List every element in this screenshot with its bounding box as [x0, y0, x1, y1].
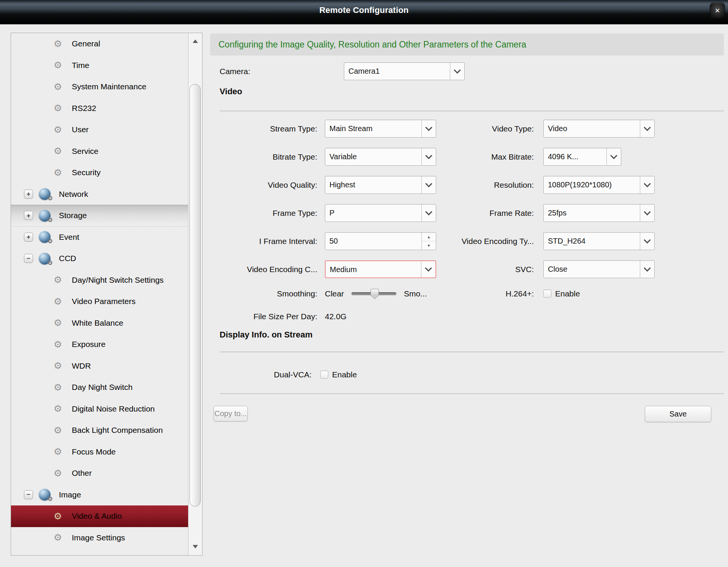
triangle-down-icon — [193, 545, 198, 548]
sidebar-item-exposure[interactable]: ⚙ Exposure — [11, 334, 188, 355]
dual-vca-enable-group: Enable — [320, 366, 357, 383]
camera-row: Camera: Camera1 — [0, 62, 728, 80]
form-row: Video Encoding C... Medium SVC: Close — [0, 260, 728, 278]
video-encoding-type-select[interactable]: STD_H264 — [543, 232, 655, 250]
display-info-title: Display Info. on Stream — [220, 330, 313, 340]
copy-to-button[interactable]: Copy to... — [214, 406, 248, 421]
sidebar-item-image-settings[interactable]: ⚙ Image Settings — [11, 527, 188, 549]
chevron-down-icon — [640, 120, 654, 137]
sidebar-item-label: Day Night Switch — [72, 383, 133, 392]
chevron-down-icon — [640, 176, 654, 193]
gear-icon: ⚙ — [54, 446, 72, 457]
frame-rate-label: Frame Rate: — [418, 204, 534, 222]
h264plus-enable-checkbox[interactable] — [543, 290, 551, 298]
gear-icon: ⚙ — [54, 38, 72, 49]
close-icon: ✕ — [715, 7, 720, 14]
sidebar-item-video-audio-selected[interactable]: ⚙ Video & Audio — [11, 505, 188, 527]
chevron-down-icon — [640, 204, 654, 222]
mini-gear-icon: ⚙ — [47, 195, 53, 202]
dual-vca-enable-label: Enable — [332, 370, 357, 379]
collapse-minus-button[interactable]: − — [24, 490, 33, 499]
sidebar-item-label: RS232 — [72, 104, 96, 113]
frame-rate-select[interactable]: 25fps — [543, 204, 655, 222]
bitrate-type-label: Bitrate Type: — [210, 148, 317, 166]
svc-label: SVC: — [418, 260, 534, 278]
titlebar: Remote Configuration ✕ — [0, 0, 728, 24]
gear-icon: ⚙ — [54, 554, 72, 555]
gear-icon: ⚙ — [54, 403, 72, 414]
sidebar-item-digital-noise-reduction[interactable]: ⚙ Digital Noise Reduction — [11, 398, 188, 420]
divider — [220, 111, 724, 111]
chevron-down-icon — [606, 148, 621, 165]
sidebar-item-back-light-compensation[interactable]: ⚙ Back Light Compensation — [11, 420, 188, 441]
camera-label: Camera: — [220, 62, 250, 80]
mini-gear-icon: ⚙ — [47, 495, 53, 502]
form-row: Smoothing: Clear Smo... H.264+: Enable — [0, 285, 728, 303]
triangle-up-icon — [193, 40, 198, 43]
divider — [220, 393, 724, 394]
video-section-title: Video — [220, 87, 242, 97]
window-title: Remote Configuration — [0, 5, 728, 15]
max-bitrate-label: Max Bitrate: — [418, 148, 534, 166]
video-quality-label: Video Quality: — [210, 176, 317, 194]
gear-icon: ⚙ — [54, 468, 72, 479]
dual-vca-row: Dual-VCA: Enable — [0, 366, 728, 383]
form-row: File Size Per Day: 42.0G — [0, 307, 728, 325]
gear-icon: ⚙ — [54, 81, 72, 92]
sidebar-item-other[interactable]: ⚙ Other — [11, 462, 188, 484]
video-encoding-type-label: Video Encoding Ty... — [418, 232, 534, 250]
smoothing-label: Smoothing: — [210, 285, 317, 303]
form-row: I Frame Interval: 50 ▴ ▾ Video Encoding … — [0, 232, 728, 250]
h264plus-enable-label: Enable — [555, 289, 580, 298]
sidebar-item-label: Video Display — [72, 554, 120, 555]
gear-icon: ⚙ — [54, 339, 72, 350]
gear-icon: ⚙ — [54, 103, 72, 114]
sidebar-item-general[interactable]: ⚙ General — [11, 33, 188, 55]
sidebar-item-focus-mode[interactable]: ⚙ Focus Mode — [11, 441, 188, 463]
chevron-down-icon — [640, 233, 654, 250]
sidebar-item-label: Digital Noise Reduction — [72, 404, 155, 413]
stream-type-label: Stream Type: — [210, 120, 317, 138]
resolution-select[interactable]: 1080P(1920*1080) — [543, 176, 655, 194]
scroll-down-button[interactable] — [188, 542, 202, 551]
i-frame-interval-label: I Frame Interval: — [210, 232, 317, 250]
save-button[interactable]: Save — [645, 406, 711, 422]
gear-icon: ⚙ — [54, 425, 72, 436]
category-globe-icon: ⚙ — [39, 489, 51, 500]
smoothing-slider[interactable] — [351, 292, 396, 295]
close-button[interactable]: ✕ — [710, 3, 725, 19]
max-bitrate-select[interactable]: 4096 K... — [543, 148, 621, 166]
video-type-select[interactable]: Video — [543, 120, 655, 138]
gear-icon: ⚙ — [54, 382, 72, 393]
file-size-label: File Size Per Day: — [210, 307, 317, 325]
smoothing-clear-label: Clear — [325, 285, 344, 303]
sidebar-item-label: Image Settings — [72, 533, 125, 542]
form-row: Bitrate Type: Variable Max Bitrate: 4096… — [0, 148, 728, 166]
scroll-up-button[interactable] — [188, 36, 202, 46]
file-size-value: 42.0G — [325, 307, 347, 325]
sidebar-item-rs232[interactable]: ⚙ RS232 — [11, 98, 188, 119]
sidebar-item-label: Video & Audio — [72, 512, 122, 521]
resolution-label: Resolution: — [418, 176, 534, 194]
sidebar-item-label: System Maintenance — [72, 82, 146, 91]
h264plus-label: H.264+: — [418, 285, 534, 303]
sidebar-item-label: Other — [72, 469, 92, 478]
info-banner: Configuring the Image Quality, Resolutio… — [210, 33, 724, 55]
dual-vca-label: Dual-VCA: — [210, 366, 312, 383]
video-encoding-complexity-label: Video Encoding C... — [210, 260, 317, 278]
frame-type-label: Frame Type: — [210, 204, 317, 222]
svc-select[interactable]: Close — [543, 260, 655, 278]
camera-select-value: Camera1 — [344, 63, 450, 80]
sidebar-item-label: Back Light Compensation — [72, 426, 163, 435]
sidebar-item-image[interactable]: − ⚙ Image — [11, 484, 188, 506]
chevron-down-icon — [450, 63, 464, 80]
sidebar-item-video-display[interactable]: ⚙ Video Display — [11, 548, 188, 555]
camera-select[interactable]: Camera1 — [344, 62, 465, 80]
dual-vca-enable-checkbox[interactable] — [320, 371, 328, 379]
sidebar-item-label: Image — [59, 490, 81, 499]
divider — [220, 352, 724, 352]
sidebar-item-label: General — [72, 39, 100, 48]
gear-icon: ⚙ — [54, 532, 72, 543]
h264plus-enable-group: Enable — [543, 285, 580, 303]
slider-thumb[interactable] — [370, 289, 379, 299]
